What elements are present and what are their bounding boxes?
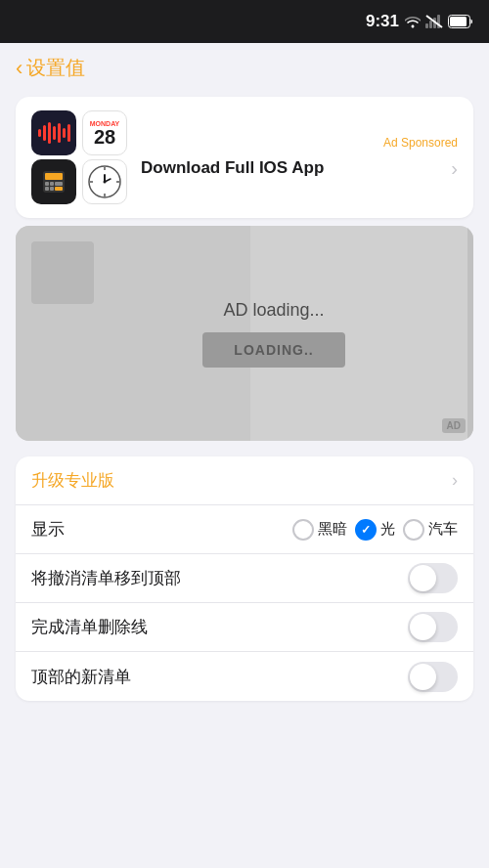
toggle-knob xyxy=(410,565,436,591)
radio-dark-label: 黑暗 xyxy=(318,520,347,539)
app-icon-calendar: Monday 28 xyxy=(82,110,127,155)
settings-section: 升级专业版 › 显示 黑暗 ✓ 光 汽车 将撤消清 xyxy=(16,456,473,701)
app-icon-clock xyxy=(82,159,127,204)
svg-rect-0 xyxy=(425,23,428,28)
ad-badge: AD xyxy=(442,418,466,433)
ad-download-row[interactable]: Download Full IOS App › xyxy=(141,157,458,180)
status-bar: 9:31 xyxy=(0,0,489,43)
new-list-toggle[interactable] xyxy=(408,662,458,692)
display-options: 黑暗 ✓ 光 汽车 xyxy=(292,519,458,541)
app-icons-grid: Monday 28 xyxy=(31,110,129,204)
ad-download-text: Download Full IOS App xyxy=(141,158,324,178)
calculator-icon xyxy=(38,166,69,197)
upgrade-label: 升级专业版 xyxy=(31,469,452,492)
radio-auto-circle[interactable] xyxy=(403,519,424,541)
ad-card[interactable]: Monday 28 xyxy=(16,97,473,218)
ad-loading-button[interactable]: LOADING.. xyxy=(202,332,344,368)
upgrade-chevron-icon: › xyxy=(452,470,458,491)
svg-rect-8 xyxy=(45,173,63,180)
signal-blocked-icon xyxy=(425,15,443,28)
svg-rect-12 xyxy=(45,187,49,191)
ad-loading-placeholder xyxy=(31,241,94,304)
ad-loading-center: AD loading... LOADING.. xyxy=(202,300,344,368)
new-list-label: 顶部的新清单 xyxy=(31,666,408,688)
status-icons xyxy=(405,15,473,28)
svg-rect-10 xyxy=(50,182,54,186)
ad-card-left: Monday 28 xyxy=(31,110,129,204)
radio-auto-label: 汽车 xyxy=(428,520,458,539)
svg-rect-9 xyxy=(45,182,49,186)
app-icon-voice xyxy=(31,110,76,155)
ad-sponsored-label: Ad Sponsored xyxy=(141,136,458,150)
ad-loading-text: AD loading... xyxy=(223,300,324,321)
display-label: 显示 xyxy=(31,518,292,541)
svg-rect-11 xyxy=(55,182,63,186)
svg-rect-13 xyxy=(50,187,54,191)
wifi-icon xyxy=(405,15,421,28)
svg-point-22 xyxy=(104,181,107,184)
settings-row-move-top: 将撤消清单移到顶部 xyxy=(16,554,473,603)
waveform-icon xyxy=(38,119,70,147)
strikethrough-label: 完成清单删除线 xyxy=(31,616,408,638)
back-arrow-icon: ‹ xyxy=(16,56,22,81)
ad-card-right: Ad Sponsored Download Full IOS App › xyxy=(141,136,458,180)
calendar-date: 28 xyxy=(94,127,115,147)
move-top-toggle[interactable] xyxy=(408,563,458,593)
radio-check-icon: ✓ xyxy=(361,523,371,537)
ad-right-strip xyxy=(467,226,473,441)
app-icon-calculator xyxy=(31,159,76,204)
strikethrough-toggle[interactable] xyxy=(408,612,458,642)
header: ‹ 设置值 xyxy=(0,43,489,89)
svg-rect-6 xyxy=(450,17,467,26)
radio-light-circle[interactable]: ✓ xyxy=(355,519,377,541)
radio-light-label: 光 xyxy=(380,520,395,539)
svg-rect-1 xyxy=(429,21,432,28)
svg-rect-14 xyxy=(55,187,63,191)
radio-dark-circle[interactable] xyxy=(292,519,314,541)
settings-row-display: 显示 黑暗 ✓ 光 汽车 xyxy=(16,505,473,554)
status-time: 9:31 xyxy=(366,12,399,31)
move-top-label: 将撤消清单移到顶部 xyxy=(31,567,408,589)
settings-row-upgrade[interactable]: 升级专业版 › xyxy=(16,456,473,505)
toggle-knob-3 xyxy=(410,664,436,690)
radio-option-dark[interactable]: 黑暗 xyxy=(292,519,347,541)
back-button[interactable]: ‹ 设置值 xyxy=(16,55,85,81)
back-label: 设置值 xyxy=(26,55,85,81)
clock-icon xyxy=(86,163,123,200)
toggle-knob-2 xyxy=(410,614,436,640)
ad-loading-section: AD loading... LOADING.. AD xyxy=(16,226,473,441)
ad-chevron-icon: › xyxy=(451,157,458,180)
settings-row-new-list: 顶部的新清单 xyxy=(16,652,473,701)
battery-icon xyxy=(448,15,473,28)
settings-row-strikethrough: 完成清单删除线 xyxy=(16,603,473,652)
radio-option-light[interactable]: ✓ 光 xyxy=(355,519,395,541)
radio-option-auto[interactable]: 汽车 xyxy=(403,519,458,541)
